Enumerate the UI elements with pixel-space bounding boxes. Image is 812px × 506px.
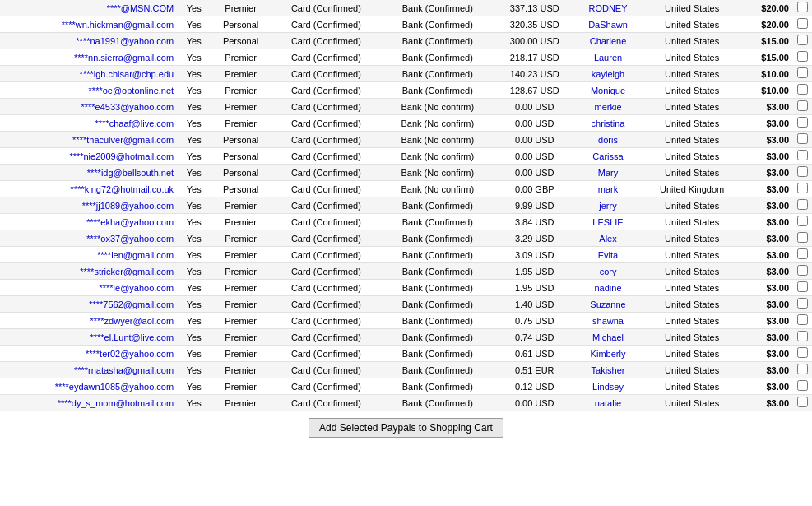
bank-cell: Bank (Confirmed) <box>381 362 494 378</box>
table-row: ****thaculver@gmail.comYesPersonalCard (… <box>0 132 812 148</box>
row-checkbox[interactable] <box>797 100 808 111</box>
price-cell: $10.00 <box>743 82 793 99</box>
type-cell: Premier <box>210 395 271 411</box>
row-checkbox[interactable] <box>797 331 808 341</box>
type-cell: Premier <box>210 66 271 82</box>
bank-cell: Bank (No confirm) <box>381 181 494 197</box>
bank-cell: Bank (Confirmed) <box>381 329 494 346</box>
name-cell: nadine <box>575 280 642 296</box>
row-checkbox[interactable] <box>797 298 808 309</box>
amount-cell: 0.00 USD <box>494 165 575 181</box>
email-cell[interactable]: ****ox37@yahoo.com <box>0 230 178 247</box>
email-cell[interactable]: ****eydawn1085@yahoo.com <box>0 378 178 395</box>
card-cell: Card (Confirmed) <box>271 247 381 263</box>
checkbox-cell <box>793 132 812 148</box>
verified-cell: Yes <box>178 296 210 313</box>
row-checkbox[interactable] <box>797 35 808 45</box>
email-cell[interactable]: ****el.Lunt@live.com <box>0 329 178 346</box>
row-checkbox[interactable] <box>797 199 808 210</box>
name-cell: Mary <box>575 165 642 181</box>
email-cell[interactable]: ****e4533@yahoo.com <box>0 99 178 115</box>
email-cell[interactable]: ****wn.hickman@gmail.com <box>0 16 178 33</box>
email-cell[interactable]: ****igh.chisar@chp.edu <box>0 66 178 82</box>
email-cell[interactable]: ****stricker@gmail.com <box>0 263 178 280</box>
email-cell[interactable]: ****@MSN.COM <box>0 0 178 16</box>
add-to-cart-button[interactable]: Add Selected Paypals to Shopping Cart <box>309 418 503 438</box>
price-cell: $3.00 <box>743 280 793 296</box>
bank-cell: Bank (Confirmed) <box>381 16 494 33</box>
row-checkbox[interactable] <box>797 51 808 62</box>
row-checkbox[interactable] <box>797 117 808 128</box>
email-cell[interactable]: ****len@gmail.com <box>0 247 178 263</box>
row-checkbox[interactable] <box>797 364 808 374</box>
verified-cell: Yes <box>178 181 210 197</box>
email-cell[interactable]: ****ter02@yahoo.com <box>0 346 178 362</box>
bank-cell: Bank (Confirmed) <box>381 280 494 296</box>
email-cell[interactable]: ****nn.sierra@gmail.com <box>0 49 178 66</box>
row-checkbox[interactable] <box>797 314 808 325</box>
email-cell[interactable]: ****thaculver@gmail.com <box>0 132 178 148</box>
verified-cell: Yes <box>178 197 210 214</box>
type-cell: Premier <box>210 82 271 99</box>
type-cell: Personal <box>210 165 271 181</box>
row-checkbox[interactable] <box>797 265 808 276</box>
amount-cell: 320.35 USD <box>494 16 575 33</box>
amount-cell: 300.00 USD <box>494 33 575 49</box>
type-cell: Premier <box>210 230 271 247</box>
row-checkbox[interactable] <box>797 397 808 407</box>
row-checkbox[interactable] <box>797 2 808 12</box>
row-checkbox[interactable] <box>797 347 808 358</box>
row-checkbox[interactable] <box>797 248 808 259</box>
country-cell: United States <box>641 82 743 99</box>
row-checkbox[interactable] <box>797 166 808 177</box>
email-cell[interactable]: ****jj1089@yahoo.com <box>0 197 178 214</box>
row-checkbox[interactable] <box>797 281 808 292</box>
amount-cell: 0.75 USD <box>494 313 575 329</box>
email-cell[interactable]: ****king72@hotmail.co.uk <box>0 181 178 197</box>
type-cell: Premier <box>210 0 271 16</box>
verified-cell: Yes <box>178 313 210 329</box>
amount-cell: 0.00 USD <box>494 99 575 115</box>
email-cell[interactable]: ****nie2009@hotmail.com <box>0 148 178 165</box>
email-cell[interactable]: ****dy_s_mom@hotmail.com <box>0 395 178 411</box>
row-checkbox[interactable] <box>797 84 808 95</box>
email-cell[interactable]: ****zdwyer@aol.com <box>0 313 178 329</box>
table-row: ****ter02@yahoo.comYesPremierCard (Confi… <box>0 346 812 362</box>
price-cell: $3.00 <box>743 181 793 197</box>
row-checkbox[interactable] <box>797 133 808 144</box>
row-checkbox[interactable] <box>797 18 808 29</box>
name-cell: cory <box>575 263 642 280</box>
row-checkbox[interactable] <box>797 216 808 226</box>
type-cell: Premier <box>210 362 271 378</box>
verified-cell: Yes <box>178 49 210 66</box>
email-cell[interactable]: ****chaaf@live.com <box>0 115 178 132</box>
card-cell: Card (Confirmed) <box>271 66 381 82</box>
bank-cell: Bank (Confirmed) <box>381 33 494 49</box>
name-cell: Carissa <box>575 148 642 165</box>
email-cell[interactable]: ****rnatasha@gmail.com <box>0 362 178 378</box>
email-cell[interactable]: ****oe@optonline.net <box>0 82 178 99</box>
email-cell[interactable]: ****na1991@yahoo.com <box>0 33 178 49</box>
bank-cell: Bank (No confirm) <box>381 132 494 148</box>
checkbox-cell <box>793 296 812 313</box>
country-cell: United States <box>641 132 743 148</box>
amount-cell: 0.00 USD <box>494 115 575 132</box>
card-cell: Card (Confirmed) <box>271 115 381 132</box>
email-cell[interactable]: ****idg@bellsouth.net <box>0 165 178 181</box>
name-cell: Lindsey <box>575 378 642 395</box>
email-cell[interactable]: ****ie@yahoo.com <box>0 280 178 296</box>
row-checkbox[interactable] <box>797 232 808 243</box>
checkbox-cell <box>793 263 812 280</box>
type-cell: Personal <box>210 16 271 33</box>
table-row: ****ox37@yahoo.comYesPremierCard (Confir… <box>0 230 812 247</box>
email-cell[interactable]: ****7562@gmail.com <box>0 296 178 313</box>
table-row: ****el.Lunt@live.comYesPremierCard (Conf… <box>0 329 812 346</box>
row-checkbox[interactable] <box>797 183 808 193</box>
email-cell[interactable]: ****ekha@yahoo.com <box>0 214 178 230</box>
checkbox-cell <box>793 197 812 214</box>
type-cell: Premier <box>210 329 271 346</box>
row-checkbox[interactable] <box>797 380 808 391</box>
row-checkbox[interactable] <box>797 150 808 160</box>
row-checkbox[interactable] <box>797 67 808 78</box>
price-cell: $20.00 <box>743 16 793 33</box>
